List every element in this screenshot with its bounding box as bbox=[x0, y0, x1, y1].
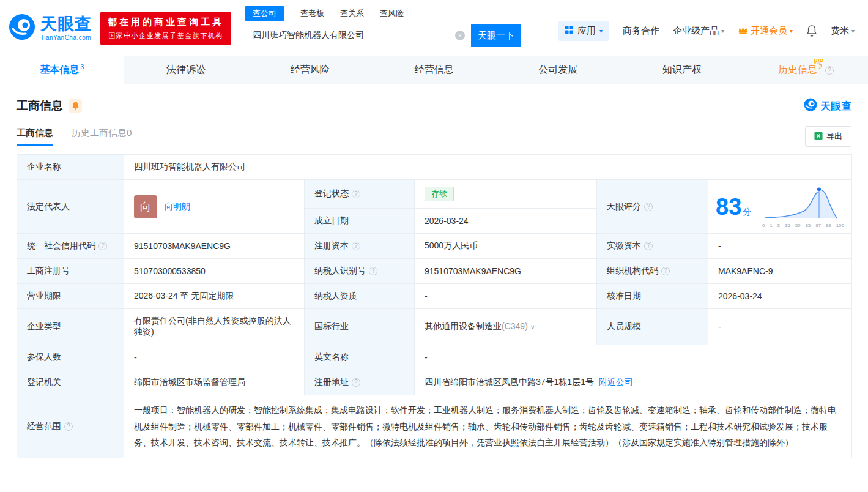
tianyancha-logo[interactable]: 天眼查 TianYanCha.com bbox=[9, 13, 92, 43]
notifications-bell-icon[interactable] bbox=[806, 24, 817, 37]
enterprise-label: 企业级产品 bbox=[673, 25, 719, 37]
business-scope-label: 经营范围? bbox=[17, 395, 124, 458]
nav-enterprise-products[interactable]: 企业级产品 ▾ bbox=[673, 25, 724, 37]
chart-tick: 99 bbox=[826, 223, 831, 228]
table-row: 企业名称 四川班巧智能机器人有限公司 bbox=[17, 155, 852, 180]
help-icon[interactable]: ? bbox=[64, 422, 73, 431]
promo-line2: 国家中小企业发展子基金旗下机构 bbox=[108, 31, 224, 40]
crown-icon bbox=[738, 26, 748, 36]
taxpayer-id-label: 纳税人识别号? bbox=[305, 259, 415, 284]
subscribe-bell-icon[interactable] bbox=[69, 99, 82, 113]
score-unit: 分 bbox=[743, 207, 751, 217]
apps-menu[interactable]: 应用 ▾ bbox=[558, 21, 609, 41]
export-button[interactable]: 导出 bbox=[805, 126, 851, 147]
subtab-business-info[interactable]: 工商信息 bbox=[17, 127, 53, 146]
tab-history-info[interactable]: VIP 历史信息2 ? bbox=[744, 56, 868, 84]
nav-business-cooperation[interactable]: 商务合作 bbox=[623, 25, 659, 37]
table-row: 参保人数 - 英文名称 - bbox=[17, 345, 852, 370]
tab-count-badge: 2 bbox=[818, 63, 822, 70]
legal-rep-label: 法定代表人 bbox=[17, 180, 124, 234]
staff-size-label: 人员规模 bbox=[597, 309, 708, 345]
org-code-value: MAK9AENC-9 bbox=[708, 259, 852, 284]
approval-date-value: 2026-03-24 bbox=[708, 284, 852, 309]
industry-code: (C349) bbox=[502, 321, 528, 331]
legal-rep-link[interactable]: 向明朗 bbox=[165, 201, 190, 212]
user-name: 费米 bbox=[831, 25, 849, 37]
chevron-down-icon: ▾ bbox=[599, 28, 603, 34]
help-icon[interactable]: ? bbox=[369, 267, 377, 275]
search-input[interactable] bbox=[245, 24, 471, 47]
help-icon[interactable]: ? bbox=[98, 242, 107, 250]
tab-company-development[interactable]: 公司发展 bbox=[496, 56, 620, 84]
tianyancha-logo-icon bbox=[9, 13, 35, 43]
tianyancha-company-page: 天眼查 TianYanCha.com 都在用的商业查询工具 国家中小企业发展子基… bbox=[0, 0, 868, 458]
chart-tick: 0 bbox=[762, 223, 765, 228]
chart-tick: 3 bbox=[777, 223, 780, 228]
chart-tick: 1 bbox=[770, 223, 772, 228]
score-number: 83 bbox=[716, 194, 741, 220]
nav-user[interactable]: 费米 ▾ bbox=[831, 25, 855, 37]
company-name-label: 企业名称 bbox=[17, 155, 124, 180]
search-bar: × 天眼一下 bbox=[245, 24, 521, 47]
help-icon[interactable]: ? bbox=[352, 190, 360, 198]
table-row: 企业类型 有限责任公司(非自然人投资或控股的法人独资) 国标行业 其他通用设备制… bbox=[17, 309, 852, 345]
subtab-row: 工商信息 历史工商信息0 导出 bbox=[17, 126, 851, 147]
tab-label: 公司发展 bbox=[538, 64, 577, 76]
help-icon[interactable]: ? bbox=[644, 242, 653, 250]
nav-open-vip[interactable]: 开通会员 ▾ bbox=[738, 25, 793, 37]
tab-legal-proceedings[interactable]: 法律诉讼 bbox=[124, 56, 248, 84]
search-tab-relation[interactable]: 查关系 bbox=[340, 6, 364, 21]
help-icon[interactable]: ? bbox=[825, 66, 834, 75]
section-header: 工商信息 天眼查 bbox=[17, 98, 851, 114]
search-tab-company[interactable]: 查公司 bbox=[245, 6, 284, 21]
tab-business-operations[interactable]: 经营信息 bbox=[372, 56, 496, 84]
approval-date-label: 核准日期 bbox=[597, 284, 708, 309]
apps-label: 应用 bbox=[577, 25, 596, 37]
legal-rep-avatar[interactable]: 向 bbox=[134, 195, 157, 218]
taxpayer-id-value: 91510703MAK9AENC9G bbox=[415, 259, 597, 284]
search-tab-risk[interactable]: 查风险 bbox=[380, 6, 404, 21]
tab-intellectual-property[interactable]: 知识产权 bbox=[620, 56, 744, 84]
company-nav-tabs: 基本信息3 法律诉讼 经营风险 经营信息 公司发展 知识产权 VIP 历史信息2… bbox=[0, 56, 868, 84]
table-row: 营业期限 2026-03-24 至 无固定期限 纳税人资质 - 核准日期 202… bbox=[17, 284, 852, 309]
legal-rep-value: 向 向明朗 bbox=[124, 180, 305, 234]
promo-line1: 都在用的商业查询工具 bbox=[108, 17, 224, 28]
help-icon[interactable]: ? bbox=[352, 378, 360, 387]
search-tab-boss[interactable]: 查老板 bbox=[300, 6, 324, 21]
establish-date-label: 成立日期 bbox=[305, 209, 415, 234]
subtab-history-business-info[interactable]: 历史工商信息0 bbox=[72, 127, 132, 146]
tab-basic-info[interactable]: 基本信息3 bbox=[0, 56, 124, 84]
staff-size-value: - bbox=[708, 309, 852, 345]
vip-label: 开通会员 bbox=[751, 25, 787, 37]
score-value-cell: 83分 0 1 3 bbox=[708, 180, 852, 234]
credit-code-value: 91510703MAK9AENC9G bbox=[124, 234, 305, 259]
table-row: 登记机关 绵阳市涪城区市场监督管理局 注册地址? 四川省绵阳市涪城区凤凰中路37… bbox=[17, 370, 852, 395]
nearby-companies-link[interactable]: 附近公司 bbox=[599, 377, 633, 387]
tab-label: 经营风险 bbox=[291, 64, 330, 76]
industry-label: 国标行业 bbox=[305, 309, 415, 345]
help-icon[interactable]: ? bbox=[661, 267, 670, 275]
table-row: 统一社会信用代码? 91510703MAK9AENC9G 注册资本? 5000万… bbox=[17, 234, 852, 259]
business-term-label: 营业期限 bbox=[17, 284, 124, 309]
business-scope-value: 一般项目：智能机器人的研发；智能控制系统集成；集成电路设计；软件开发；工业机器人… bbox=[124, 395, 852, 458]
header-nav: 应用 ▾ 商务合作 企业级产品 ▾ 开通会员 ▾ bbox=[558, 21, 855, 41]
score-axis-ticks: 0 1 3 15 50 85 97 99 100 bbox=[762, 223, 844, 228]
search-button[interactable]: 天眼一下 bbox=[471, 24, 521, 47]
apps-grid-icon bbox=[565, 25, 574, 36]
clear-icon[interactable]: × bbox=[455, 31, 465, 40]
logo-title: 天眼查 bbox=[40, 16, 92, 32]
chevron-down-icon[interactable]: ∨ bbox=[530, 323, 535, 330]
reg-number-label: 工商注册号 bbox=[17, 259, 124, 284]
tab-label: 基本信息 bbox=[40, 64, 79, 76]
establish-date-value: 2026-03-24 bbox=[415, 209, 597, 234]
export-label: 导出 bbox=[826, 131, 842, 142]
business-term-value: 2026-03-24 至 无固定期限 bbox=[124, 284, 305, 309]
tianyancha-logo-icon bbox=[804, 98, 817, 114]
reg-status-value: 存续 bbox=[415, 180, 597, 209]
chart-tick: 97 bbox=[815, 223, 821, 228]
insured-value: - bbox=[124, 345, 305, 370]
help-icon[interactable]: ? bbox=[352, 242, 360, 250]
tab-operational-risk[interactable]: 经营风险 bbox=[248, 56, 372, 84]
help-icon[interactable]: ? bbox=[644, 203, 653, 211]
reg-authority-value: 绵阳市涪城区市场监督管理局 bbox=[124, 370, 305, 395]
